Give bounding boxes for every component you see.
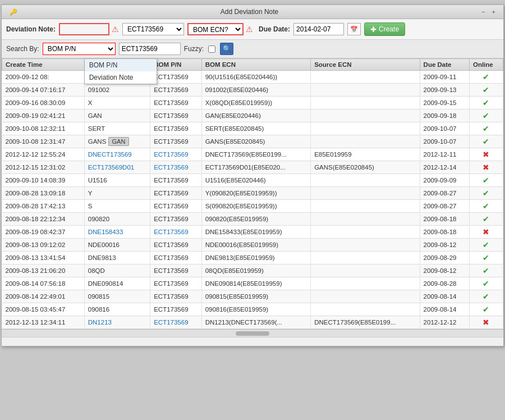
cell-due-date: 2009-09-13 [420, 84, 469, 97]
table-row[interactable]: 2009-08-19 08:42:37DNE158433ECT173569DNE… [2, 226, 503, 239]
table-row[interactable]: 2009-08-13 13:41:54DNE9813ECT173569DNE98… [2, 252, 503, 264]
cell-source-ecn [311, 264, 420, 277]
due-date-input[interactable] [293, 23, 344, 35]
bom-pn-link[interactable]: ECT173569 [154, 151, 188, 158]
cell-online: ✔ [469, 200, 503, 213]
cell-deviation[interactable]: DNE158433 [84, 226, 150, 239]
dropdown-item-bom-pn[interactable]: BOM P/N [85, 59, 157, 71]
cell-deviation: 090815 [84, 290, 150, 303]
cell-create-time: 2009-10-08 12:32:11 [2, 122, 85, 135]
cell-source-ecn [311, 71, 420, 84]
cell-bom-pn[interactable]: ECT173569 [150, 161, 201, 174]
table-row[interactable]: 2012-12-13 12:34:11DN1213ECT173569DN1213… [2, 316, 503, 329]
cell-deviation[interactable]: DNECT173569 [84, 148, 150, 161]
cell-create-time: 2009-09-16 08:30:09 [2, 97, 85, 109]
cell-online: ✖ [469, 316, 503, 329]
ecn-select[interactable]: ECT173569 [122, 23, 184, 35]
bom-pn-link[interactable]: ECT173569 [154, 229, 188, 235]
minimize-button[interactable]: − [479, 8, 487, 15]
table-row[interactable]: 2009-09-14 07:16:17091002ECT173569091002… [2, 84, 503, 97]
check-icon: ✔ [483, 111, 489, 120]
bom-ecn-select[interactable]: BOM ECN? ECN1 [187, 23, 244, 35]
calendar-button[interactable]: 📅 [347, 23, 361, 35]
cell-deviation: SERT [84, 122, 150, 135]
cell-due-date: 2009-09-09 [420, 174, 469, 187]
table-row[interactable]: 2009-10-08 12:31:47GANS GANECT173569GANS… [2, 135, 503, 148]
cell-source-ecn [311, 277, 420, 290]
cell-deviation: GAN [84, 109, 150, 122]
close-button[interactable]: + [490, 8, 498, 15]
table-row[interactable]: 2009-09-12 08:90ECT17356990(U1516(E85E02… [2, 71, 503, 84]
pin-icon[interactable]: 🔑 [7, 8, 20, 16]
cell-bom-ecn: NDE00016(E85E019959) [201, 239, 310, 252]
tag-button[interactable]: GAN [108, 137, 130, 146]
table-row[interactable]: 2009-08-13 09:12:02NDE00016ECT173569NDE0… [2, 239, 503, 252]
cell-create-time: 2009-09-14 07:16:17 [2, 84, 85, 97]
bom-pn-link[interactable]: ECT173569 [154, 164, 188, 171]
cell-source-ecn [311, 109, 420, 122]
cell-due-date: 2009-09-15 [420, 97, 469, 109]
deviation-note-label: Deviation Note: [6, 25, 56, 33]
deviation-link[interactable]: DNECT173569 [88, 151, 132, 158]
table-row[interactable]: 2009-08-28 13:09:18YECT173569Y(090820(E8… [2, 187, 503, 200]
cell-online: ✔ [469, 290, 503, 303]
cell-online: ✔ [469, 135, 503, 148]
fuzzy-checkbox[interactable] [208, 45, 215, 53]
cell-online: ✔ [469, 84, 503, 97]
cell-bom-ecn: Y(090820(E85E019959)) [201, 187, 310, 200]
cell-create-time: 2009-08-13 21:06:20 [2, 264, 85, 277]
col-bom-pn: BOM P/N [150, 59, 201, 71]
cell-bom-ecn: 090820(E85E019959) [201, 213, 310, 226]
deviation-note-input[interactable] [59, 23, 109, 35]
cell-online: ✔ [469, 109, 503, 122]
check-icon: ✔ [483, 176, 489, 185]
cell-source-ecn [311, 290, 420, 303]
cell-online: ✔ [469, 213, 503, 226]
cell-online: ✔ [469, 239, 503, 252]
table-row[interactable]: 2009-08-18 22:12:34090820ECT173569090820… [2, 213, 503, 226]
table-row[interactable]: 2009-08-28 17:42:13SECT173569S(090820(E8… [2, 200, 503, 213]
table-row[interactable]: 2009-09-16 08:30:09XECT173569X(08QD(E85E… [2, 97, 503, 109]
cell-bom-ecn: SERT(E85E020845) [201, 122, 310, 135]
cell-due-date: 2009-09-18 [420, 109, 469, 122]
dropdown-item-deviation-note[interactable]: Deviation Note [85, 71, 157, 84]
cell-bom-pn[interactable]: ECT173569 [150, 316, 201, 329]
cell-bom-pn: ECT173569 [150, 187, 201, 200]
bom-pn-link[interactable]: ECT173569 [154, 319, 188, 326]
cell-deviation: 090820 [84, 213, 150, 226]
table-row[interactable]: 2009-08-13 21:06:2008QDECT17356908QD(E85… [2, 264, 503, 277]
search-button[interactable]: 🔍 [220, 43, 233, 55]
table-row[interactable]: 2009-08-14 07:56:18DNE090814ECT173569DNE… [2, 277, 503, 290]
cell-bom-pn[interactable]: ECT173569 [150, 226, 201, 239]
search-input[interactable] [119, 43, 181, 55]
scrollbar-thumb[interactable] [236, 331, 269, 336]
table-row[interactable]: 2012-12-15 12:31:02ECT173569D01ECT173569… [2, 161, 503, 174]
table-row[interactable]: 2009-09-19 02:41:21GANECT173569GAN(E85E0… [2, 109, 503, 122]
table-row[interactable]: 2009-08-14 22:49:01090815ECT173569090815… [2, 290, 503, 303]
deviation-link[interactable]: ECT173569D01 [88, 164, 134, 171]
cell-bom-pn: ECT173569 [150, 122, 201, 135]
check-icon: ✔ [483, 240, 489, 249]
cell-bom-ecn: DNECT173569(E85E0199... [201, 148, 310, 161]
cell-deviation[interactable]: ECT173569D01 [84, 161, 150, 174]
table-row[interactable]: 2012-12-12 12:55:24DNECT173569ECT173569D… [2, 148, 503, 161]
deviation-link[interactable]: DN1213 [88, 319, 112, 326]
toolbar: Deviation Note: ⚠ ECT173569 BOM ECN? ECN… [2, 19, 503, 40]
col-online: Online [469, 59, 503, 71]
deviation-link[interactable]: DNE158433 [88, 229, 123, 235]
cell-bom-pn: ECT173569 [150, 239, 201, 252]
horizontal-scrollbar[interactable] [2, 329, 503, 337]
create-button[interactable]: ✚ Create [364, 22, 405, 36]
table-row[interactable]: 2009-10-08 12:32:11SERTECT173569SERT(E85… [2, 122, 503, 135]
cell-bom-pn: ECT173569 [150, 135, 201, 148]
table-row[interactable]: 2009-08-15 03:45:47090816ECT173569090816… [2, 303, 503, 316]
cell-create-time: 2009-09-10 14:08:39 [2, 174, 85, 187]
cell-bom-pn[interactable]: ECT173569 [150, 148, 201, 161]
cell-bom-pn: ECT173569 [150, 97, 201, 109]
table-row[interactable]: 2009-09-10 14:08:39U1516ECT173569U1516(E… [2, 174, 503, 187]
cell-deviation[interactable]: DN1213 [84, 316, 150, 329]
window-controls: − + [479, 8, 498, 15]
search-by-select[interactable]: BOM P/N Deviation Note [43, 43, 116, 55]
window-title: Add Deviation Note [20, 8, 479, 16]
cell-create-time: 2009-10-08 12:31:47 [2, 135, 85, 148]
